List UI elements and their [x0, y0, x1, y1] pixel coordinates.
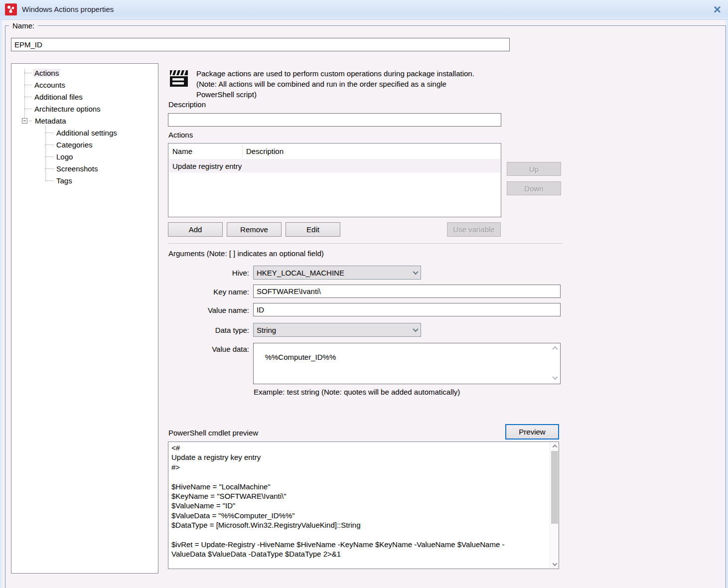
scrollbar-down-icon[interactable] — [550, 560, 559, 569]
hive-label: Hive: — [140, 269, 249, 277]
tree-item-metadata[interactable]: Metadata — [11, 115, 68, 127]
windows-actions-properties-dialog: Windows Actions properties Name: Actions… — [0, 0, 728, 588]
key-name-label: Key name: — [140, 288, 249, 296]
clapperboard-icon — [169, 69, 188, 88]
powershell-preview-label: PowerShell cmdlet preview — [168, 429, 258, 437]
title-bar[interactable]: Windows Actions properties — [0, 0, 728, 20]
powershell-code: <# Update a registry key entry #> $HiveN… — [171, 443, 520, 567]
description-label: Description — [168, 100, 206, 109]
collapse-icon[interactable] — [22, 118, 27, 124]
close-icon[interactable] — [713, 5, 721, 13]
powershell-preview-box[interactable]: <# Update a registry key entry #> $HiveN… — [168, 441, 559, 569]
add-button[interactable]: Add — [168, 222, 223, 237]
key-name-input[interactable] — [253, 285, 561, 298]
scroll-up-icon[interactable] — [552, 346, 558, 351]
column-header-description[interactable]: Description — [242, 144, 392, 159]
arguments-heading: Arguments (Note: [ ] indicates an option… — [168, 249, 324, 258]
tree-item-architecture-options[interactable]: Architecture options — [11, 103, 102, 115]
up-button[interactable]: Up — [507, 162, 561, 176]
scrollbar-up-icon[interactable] — [550, 442, 559, 450]
tree-item-additional-files[interactable]: Additional files — [11, 91, 84, 103]
tree-item-categories[interactable]: Categories — [11, 139, 94, 150]
preview-button[interactable]: Preview — [505, 424, 559, 440]
tree-item-tags[interactable]: Tags — [11, 174, 74, 186]
remove-button[interactable]: Remove — [227, 222, 282, 237]
edit-button[interactable]: Edit — [286, 222, 340, 237]
name-input[interactable] — [11, 38, 510, 51]
action-row-update-registry-entry[interactable]: Update registry entry — [169, 159, 500, 173]
description-input[interactable] — [168, 113, 501, 127]
example-text: Example: test string (Note: quotes will … — [254, 388, 460, 396]
vertical-scrollbar[interactable] — [550, 442, 559, 569]
use-variable-button[interactable]: Use variable — [447, 222, 501, 237]
value-data-input[interactable]: %%Computer_ID%% — [253, 343, 561, 384]
data-type-select[interactable]: String — [253, 323, 421, 337]
tree-item-accounts[interactable]: Accounts — [11, 79, 67, 91]
window-left-frame — [0, 20, 3, 588]
value-data-label: Value data: — [140, 345, 249, 353]
column-header-name[interactable]: Name — [168, 144, 242, 159]
chevron-down-icon — [413, 269, 418, 275]
intro-text: Package actions are used to perform cust… — [196, 68, 474, 100]
name-label: Name: — [9, 21, 38, 30]
settings-tree[interactable]: Actions Accounts Additional files Archit… — [11, 63, 158, 574]
actions-label: Actions — [168, 131, 193, 139]
tree-item-screenshots[interactable]: Screenshots — [11, 162, 99, 174]
hive-select[interactable]: HKEY_LOCAL_MACHINE — [253, 266, 421, 280]
ivanti-logo-icon — [5, 3, 17, 15]
scroll-down-icon[interactable] — [552, 376, 558, 381]
value-name-input[interactable] — [253, 303, 561, 316]
actions-list[interactable]: Name Description Update registry entry — [168, 143, 501, 217]
window-title: Windows Actions properties — [22, 5, 114, 13]
scrollbar-thumb[interactable] — [551, 451, 558, 524]
data-type-label: Data type: — [140, 326, 249, 334]
chevron-down-icon — [413, 326, 418, 332]
tree-item-logo[interactable]: Logo — [11, 150, 74, 162]
value-name-label: Value name: — [140, 306, 249, 314]
down-button[interactable]: Down — [507, 181, 561, 195]
tree-item-additional-settings[interactable]: Additional settings — [11, 127, 119, 139]
separator — [168, 243, 563, 244]
tree-item-actions[interactable]: Actions — [11, 67, 60, 79]
